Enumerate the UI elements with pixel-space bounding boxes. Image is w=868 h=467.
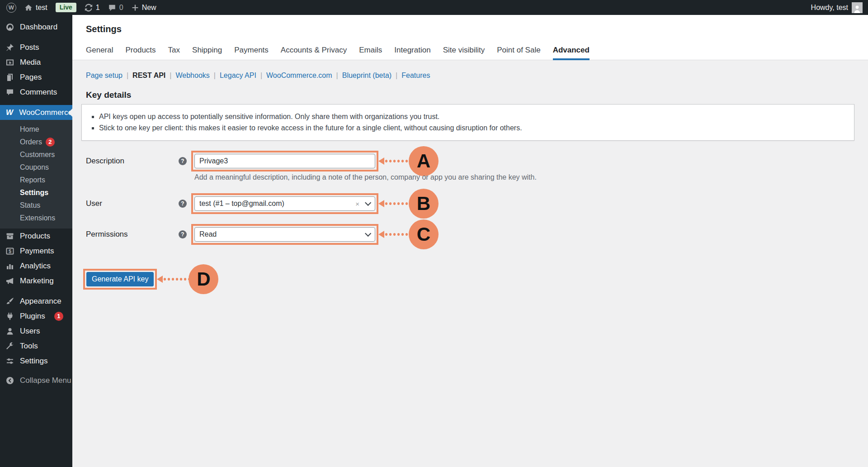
user-avatar-icon	[853, 4, 862, 13]
howdy-menu[interactable]: Howdy, test	[811, 4, 848, 12]
sidebar-item-settings[interactable]: Settings	[0, 353, 72, 368]
annotation-box-d: Generate API key	[83, 269, 157, 290]
tools-icon	[5, 342, 14, 351]
pushpin-icon	[5, 43, 14, 52]
updates-link[interactable]: 1	[85, 4, 100, 12]
sidebar-item-users[interactable]: Users	[0, 324, 72, 338]
submenu-item-orders[interactable]: Orders 2	[0, 136, 72, 148]
tab-site-visibility[interactable]: Site visibility	[443, 46, 485, 60]
new-content-link[interactable]: New	[132, 4, 156, 12]
annotation-pointer-c: C	[378, 224, 439, 245]
description-input[interactable]	[194, 154, 375, 168]
sidebar-item-comments[interactable]: Comments	[0, 85, 72, 100]
main-content: Settings General Products Tax Shipping P…	[72, 15, 868, 467]
sidebar-item-pages[interactable]: Pages	[0, 70, 72, 85]
tab-general[interactable]: General	[86, 46, 113, 60]
update-count: 1	[96, 4, 100, 12]
annotation-box-c: Read	[191, 224, 378, 245]
tab-integration[interactable]: Integration	[394, 46, 430, 60]
subnav-blueprint[interactable]: Blueprint (beta)	[342, 71, 392, 80]
subnav-rest-api[interactable]: REST API	[132, 71, 165, 80]
comment-icon	[108, 4, 116, 12]
permissions-label: Permissions	[86, 224, 179, 245]
sidebar-item-marketing[interactable]: Marketing	[0, 273, 72, 288]
site-name: test	[36, 4, 47, 12]
annotation-circle-b: B	[409, 189, 439, 219]
sidebar-item-label: Marketing	[20, 276, 54, 286]
help-icon[interactable]: ?	[179, 200, 187, 208]
subnav-features[interactable]: Features	[401, 71, 430, 80]
clear-selection-icon[interactable]: ×	[355, 200, 359, 208]
subnav-page-setup[interactable]: Page setup	[86, 71, 123, 80]
submenu-item-settings[interactable]: Settings	[0, 186, 72, 199]
orders-count-badge: 2	[46, 138, 55, 147]
comments-link[interactable]: 0	[108, 4, 123, 12]
subnav-woocommerce-com[interactable]: WooCommerce.com	[266, 71, 332, 80]
subnav-legacy-api[interactable]: Legacy API	[220, 71, 256, 80]
sidebar-item-appearance[interactable]: Appearance	[0, 294, 72, 309]
annotation-pointer-d: D	[157, 269, 218, 290]
current-menu-arrow	[68, 109, 72, 117]
arrow-left-icon	[378, 157, 384, 165]
avatar[interactable]	[852, 2, 863, 13]
dashboard-icon	[5, 23, 14, 32]
sidebar-item-label: WooCommerce	[19, 108, 72, 117]
update-icon	[85, 4, 93, 12]
sidebar-item-label: Users	[20, 327, 40, 336]
user-label: User	[86, 193, 179, 214]
generate-api-key-button[interactable]: Generate API key	[86, 272, 154, 286]
annotation-pointer-b: B	[378, 193, 439, 214]
section-title: Key details	[86, 90, 868, 100]
tab-payments[interactable]: Payments	[234, 46, 269, 60]
help-icon[interactable]: ?	[179, 157, 187, 165]
user-row: User ? test (#1 – top@gmail.com) × B	[72, 193, 868, 214]
subnav-webhooks[interactable]: Webhooks	[175, 71, 209, 80]
sidebar-item-media[interactable]: Media	[0, 55, 72, 70]
site-name-link[interactable]: test	[24, 4, 47, 12]
api-keys-notice: API keys open up access to potentially s…	[81, 104, 854, 141]
plus-icon	[132, 4, 139, 11]
submenu-item-home[interactable]: Home	[0, 123, 72, 136]
user-select[interactable]: test (#1 – top@gmail.com) ×	[194, 196, 375, 211]
sidebar-item-label: Media	[20, 58, 41, 67]
submenu-item-status[interactable]: Status	[0, 199, 72, 212]
plugins-icon	[5, 312, 14, 321]
tab-products[interactable]: Products	[125, 46, 156, 60]
sidebar-item-products[interactable]: Products	[0, 229, 72, 243]
sidebar-item-label: Appearance	[20, 297, 61, 306]
submenu-item-coupons[interactable]: Coupons	[0, 161, 72, 174]
submenu-item-customers[interactable]: Customers	[0, 148, 72, 161]
sidebar-item-label: Plugins	[20, 312, 45, 321]
tab-accounts-privacy[interactable]: Accounts & Privacy	[281, 46, 347, 60]
collapse-menu-label: Collapse Menu	[20, 376, 71, 385]
tab-emails[interactable]: Emails	[359, 46, 382, 60]
sidebar-item-woocommerce[interactable]: W WooCommerce	[0, 105, 72, 120]
wp-logo-menu[interactable]: W	[6, 3, 16, 13]
sidebar-item-dashboard[interactable]: Dashboard	[0, 19, 72, 34]
settings-tabs: General Products Tax Shipping Payments A…	[86, 46, 590, 60]
permissions-select[interactable]: Read	[194, 227, 375, 242]
sidebar-item-payments[interactable]: $ Payments	[0, 243, 72, 258]
tab-tax[interactable]: Tax	[168, 46, 180, 60]
tab-shipping[interactable]: Shipping	[192, 46, 222, 60]
chevron-down-icon	[365, 230, 371, 237]
sidebar-item-label: Payments	[20, 247, 54, 256]
arrow-left-icon	[378, 231, 384, 238]
sidebar-item-plugins[interactable]: Plugins 1	[0, 309, 72, 324]
notice-line-1: API keys open up access to potentially s…	[99, 112, 849, 122]
permissions-row: Permissions ? Read C	[72, 224, 868, 245]
wordpress-logo-icon: W	[6, 3, 16, 13]
tab-point-of-sale[interactable]: Point of Sale	[497, 46, 540, 60]
pages-icon	[5, 73, 14, 82]
tab-advanced[interactable]: Advanced	[553, 46, 590, 60]
notice-line-2: Stick to one key per client: this makes …	[99, 123, 849, 133]
submenu-item-extensions[interactable]: Extensions	[0, 212, 72, 224]
submenu-item-reports[interactable]: Reports	[0, 174, 72, 186]
sidebar-item-posts[interactable]: Posts	[0, 40, 72, 55]
description-label: Description	[86, 151, 179, 172]
collapse-menu-button[interactable]: Collapse Menu	[0, 373, 72, 388]
advanced-subnav: Page setup| REST API| Webhooks| Legacy A…	[86, 71, 868, 80]
help-icon[interactable]: ?	[179, 230, 187, 238]
sidebar-item-tools[interactable]: Tools	[0, 338, 72, 353]
sidebar-item-analytics[interactable]: Analytics	[0, 258, 72, 273]
